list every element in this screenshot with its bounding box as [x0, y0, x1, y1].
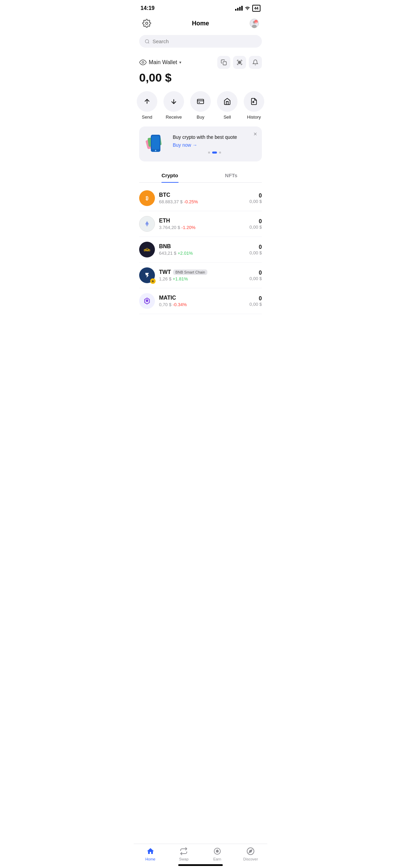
- buy-button[interactable]: Buy: [190, 91, 211, 120]
- svg-text:₿: ₿: [146, 195, 148, 201]
- promo-banner: Buy crypto with the best quote Buy now →…: [139, 126, 262, 161]
- svg-point-6: [145, 39, 149, 43]
- avatar-button[interactable]: ●: [248, 17, 260, 29]
- svg-rect-11: [240, 61, 241, 62]
- matic-price: 0,70 $ -0.34%: [159, 302, 250, 307]
- svg-text:●: ●: [255, 21, 257, 23]
- search-bar[interactable]: [139, 35, 262, 48]
- send-label: Send: [142, 114, 152, 120]
- receive-button[interactable]: Receive: [163, 91, 184, 120]
- svg-rect-10: [238, 61, 239, 62]
- eye-icon: [139, 59, 147, 66]
- banner-close-button[interactable]: ×: [253, 131, 257, 138]
- eth-info: ETH 3.764,20 $ -1.20%: [159, 218, 250, 230]
- sell-label: Sell: [223, 114, 231, 120]
- scan-button[interactable]: [233, 56, 246, 69]
- coin-item-btc[interactable]: ₿ BTC 68.883,37 $ -0.25% 0 0,00 $: [139, 185, 262, 211]
- wallet-name-row[interactable]: Main Wallet ▾: [139, 59, 181, 66]
- bnb-balance: 0 0,00 $: [250, 244, 262, 255]
- banner-pagination: [173, 152, 256, 154]
- eth-price: 3.764,20 $ -1.20%: [159, 225, 250, 230]
- wallet-balance: 0,00 $: [139, 71, 262, 84]
- asset-tabs: Crypto NFTs: [139, 168, 262, 183]
- banner-illustration: [145, 132, 169, 156]
- coin-item-bnb[interactable]: ⬡ BNB BNB 643,21 $ +2.01% 0 0,00 $: [139, 237, 262, 263]
- buy-label: Buy: [197, 114, 204, 120]
- send-button[interactable]: Send: [137, 91, 157, 120]
- twt-info: TWT BNB Smart Chain 1,26 $ +1.81%: [159, 269, 250, 281]
- svg-point-0: [146, 22, 148, 25]
- banner-dot-2: [212, 152, 217, 154]
- wallet-section: Main Wallet ▾ 0,00 $: [134, 53, 267, 84]
- status-bar: 14:19 44: [134, 0, 267, 14]
- svg-point-19: [253, 101, 254, 103]
- svg-point-3: [252, 25, 257, 28]
- coin-item-matic[interactable]: MATIC 0,70 $ -0.34% 0 0,00 $: [139, 288, 262, 314]
- btc-logo: ₿: [139, 190, 155, 206]
- copy-address-button[interactable]: [217, 56, 230, 69]
- svg-rect-12: [238, 63, 239, 64]
- twt-symbol: TWT BNB Smart Chain: [159, 269, 250, 275]
- svg-rect-16: [197, 99, 204, 104]
- bnb-price: 643,21 $ +2.01%: [159, 251, 250, 256]
- svg-point-8: [142, 61, 144, 63]
- notifications-button[interactable]: [249, 56, 262, 69]
- matic-symbol: MATIC: [159, 295, 250, 301]
- btc-info: BTC 68.883,37 $ -0.25%: [159, 192, 250, 204]
- battery-icon: 44: [252, 5, 260, 12]
- banner-title: Buy crypto with the best quote: [173, 134, 256, 140]
- matic-info: MATIC 0,70 $ -0.34%: [159, 295, 250, 307]
- sell-button[interactable]: Sell: [217, 91, 238, 120]
- svg-rect-13: [240, 63, 241, 64]
- matic-balance: 0 0,00 $: [250, 296, 262, 307]
- matic-logo: [139, 293, 155, 309]
- eth-logo: [139, 216, 155, 232]
- status-icons: 44: [235, 5, 260, 12]
- banner-dot-3: [219, 152, 221, 154]
- btc-balance: 0 0,00 $: [250, 193, 262, 204]
- twt-logo: B: [139, 267, 155, 283]
- app-header: Home ●: [134, 14, 267, 35]
- bnb-symbol: BNB: [159, 243, 250, 250]
- svg-text:BNB: BNB: [144, 249, 150, 252]
- btc-symbol: BTC: [159, 192, 250, 198]
- twt-price: 1,26 $ +1.81%: [159, 276, 250, 281]
- search-input[interactable]: [153, 38, 256, 44]
- search-container: [134, 35, 267, 53]
- svg-rect-24: [152, 136, 159, 149]
- wallet-chevron-icon: ▾: [179, 60, 181, 65]
- settings-button[interactable]: [141, 17, 153, 29]
- receive-label: Receive: [166, 114, 182, 120]
- banner-dot-1: [208, 152, 210, 154]
- coin-list: ₿ BTC 68.883,37 $ -0.25% 0 0,00 $ ETH 3.…: [134, 183, 267, 317]
- eth-symbol: ETH: [159, 218, 250, 224]
- banner-link[interactable]: Buy now →: [173, 142, 197, 148]
- signal-icon: [235, 6, 243, 11]
- svg-rect-9: [223, 62, 227, 65]
- page-title: Home: [192, 20, 209, 27]
- wifi-icon: [245, 5, 250, 11]
- history-label: History: [247, 114, 261, 120]
- banner-text: Buy crypto with the best quote Buy now →: [173, 134, 256, 154]
- twt-balance: 0 0,00 $: [250, 270, 262, 281]
- wallet-name-label: Main Wallet: [149, 59, 177, 65]
- svg-point-25: [155, 150, 156, 151]
- coin-item-eth[interactable]: ETH 3.764,20 $ -1.20% 0 0,00 $: [139, 211, 262, 237]
- coin-item-twt[interactable]: B TWT BNB Smart Chain 1,26 $ +1.81% 0 0,…: [139, 263, 262, 288]
- wallet-header: Main Wallet ▾: [139, 56, 262, 69]
- wallet-actions: [217, 56, 262, 69]
- btc-price: 68.883,37 $ -0.25%: [159, 199, 250, 204]
- bnb-info: BNB 643,21 $ +2.01%: [159, 243, 250, 256]
- eth-balance: 0 0,00 $: [250, 218, 262, 230]
- tab-nfts[interactable]: NFTs: [200, 168, 262, 182]
- action-row: Send Receive Buy Sell: [134, 91, 267, 126]
- history-button[interactable]: History: [244, 91, 264, 120]
- bnb-logo: ⬡ BNB: [139, 242, 155, 257]
- tab-crypto[interactable]: Crypto: [139, 168, 200, 182]
- status-time: 14:19: [141, 5, 155, 11]
- svg-line-7: [148, 42, 149, 43]
